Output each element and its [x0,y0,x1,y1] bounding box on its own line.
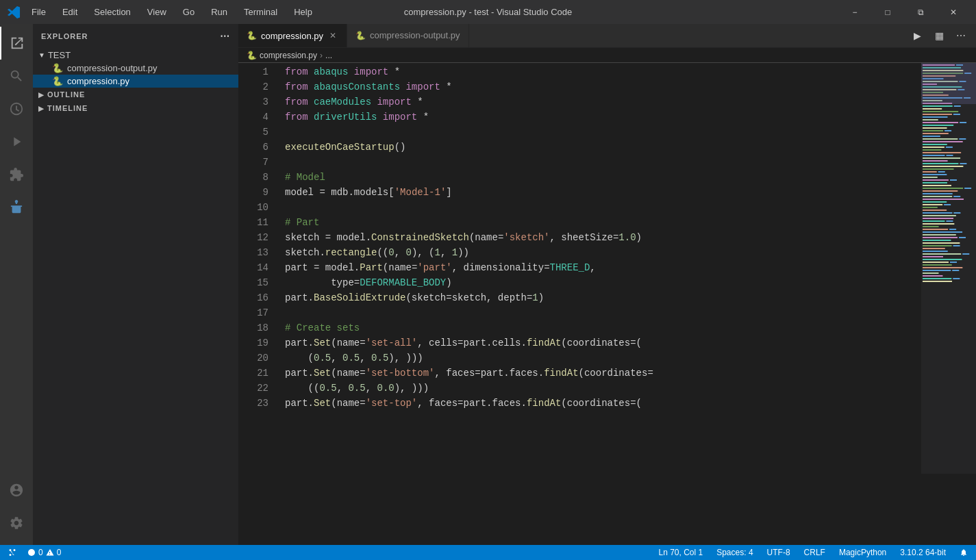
code-line-5 [285,125,921,140]
folder-name: TEST [48,50,71,60]
editor-content: 1 2 3 4 5 6 7 8 9 10 11 12 13 14 15 16 1… [238,63,976,545]
minimize-button[interactable]: − [839,0,871,24]
code-line-8: # Model [285,170,921,185]
breadcrumb-file[interactable]: compression.py [260,51,317,60]
breadcrumb-rest[interactable]: ... [325,51,332,60]
code-line-4: from driverUtils import * [285,110,921,125]
sidebar-header-actions: ⋯ [220,31,230,42]
menu-edit[interactable]: Edit [57,4,83,20]
tab-icon-1: 🐍 [247,31,257,40]
menu-terminal[interactable]: Terminal [238,4,283,20]
folder-test[interactable]: ▼ TEST [33,49,238,62]
main-area: EXPLORER ⋯ ▼ TEST 🐍 compression-output.p… [0,24,976,545]
titlebar-left: File Edit Selection View Go Run Terminal… [7,4,318,20]
status-eol[interactable]: CRLF [801,545,828,560]
status-errors[interactable]: 0 0 [25,545,64,560]
layout-button[interactable]: ⧉ [905,0,936,24]
minimap [921,63,976,545]
titlebar: File Edit Selection View Go Run Terminal… [0,0,976,24]
status-spaces[interactable]: Spaces: 4 [714,545,755,560]
activity-extensions[interactable] [0,158,33,191]
maximize-button[interactable]: □ [872,0,903,24]
status-position[interactable]: Ln 70, Col 1 [655,545,705,560]
code-line-10 [285,200,921,215]
svg-point-2 [32,554,32,555]
file-tree: ▼ TEST 🐍 compression-output.py 🐍 compres… [33,49,238,545]
outline-section[interactable]: ▶ OUTLINE [33,88,238,101]
code-line-19: part.Set(name='set-all', cells=part.cell… [285,335,921,351]
sidebar-header: EXPLORER ⋯ [33,24,238,49]
code-line-11: # Part [285,215,921,230]
code-line-12: sketch = model.ConstrainedSketch(name='s… [285,230,921,245]
tab-bar: 🐍 compression.py ✕ 🐍 compression-output.… [238,24,976,48]
tab-label-2: compression-output.py [370,30,460,40]
code-line-16: part.BaseSolidExtrude(sketch=sketch, dep… [285,290,921,305]
tab-label-1: compression.py [261,31,323,41]
code-line-20: (0.5, 0.5, 0.5), ))) [285,351,921,366]
minimap-canvas [921,63,976,474]
code-line-9: model = mdb.models['Model-1'] [285,185,921,200]
timeline-label: TIMELINE [47,104,88,112]
status-notifications[interactable] [957,545,971,560]
timeline-section[interactable]: ▶ TIMELINE [33,101,238,115]
activity-explorer[interactable] [0,27,33,60]
activity-bar [0,24,33,545]
file-compression[interactable]: 🐍 compression.py [33,75,238,88]
activity-account[interactable] [0,474,33,507]
menu-run[interactable]: Run [205,4,233,20]
activity-test[interactable] [0,191,33,224]
outline-arrow-icon: ▶ [38,91,45,99]
tab-icon-2: 🐍 [355,31,366,40]
tab-compression-output-py[interactable]: 🐍 compression-output.py [347,24,469,47]
titlebar-right: − □ ⧉ ✕ [839,0,969,24]
menu-help[interactable]: Help [288,4,318,20]
file-icon-breadcrumb: 🐍 [247,51,257,60]
activity-search[interactable] [0,60,33,92]
code-line-23: part.Set(name='set-top', faces=part.face… [285,396,921,411]
status-right: Ln 70, Col 1 Spaces: 4 UTF-8 CRLF MagicP… [655,545,971,560]
file-name-2: compression.py [67,76,129,86]
file-compression-output[interactable]: 🐍 compression-output.py [33,62,238,75]
file-icon-1: 🐍 [52,63,63,73]
window-title: compression.py - test - Visual Studio Co… [404,7,572,17]
code-line-13: sketch.rectangle((0, 0), (1, 1)) [285,245,921,260]
editor-area: 🐍 compression.py ✕ 🐍 compression-output.… [238,24,976,545]
status-branch[interactable] [5,545,19,560]
activity-source-control[interactable] [0,92,33,125]
activity-settings[interactable] [0,507,33,539]
more-actions-button[interactable]: ⋯ [951,26,971,45]
tab-actions: ▶ ▦ ⋯ [908,24,976,47]
code-line-1: from abaqus import * [285,64,921,79]
status-version[interactable]: 3.10.2 64-bit [897,545,949,560]
code-line-18: # Create sets [285,320,921,335]
warning-count: 0 [57,548,62,557]
split-editor-button[interactable]: ▦ [929,26,949,45]
sidebar-more-icon[interactable]: ⋯ [220,31,230,42]
sidebar: EXPLORER ⋯ ▼ TEST 🐍 compression-output.p… [33,24,238,545]
explorer-title: EXPLORER [41,32,88,40]
file-icon-2: 🐍 [52,76,63,86]
activity-bottom [0,474,33,545]
code-line-6: executeOnCaeStartup() [285,140,921,155]
code-line-21: part.Set(name='set-bottom', faces=part.f… [285,366,921,381]
tab-compression-py[interactable]: 🐍 compression.py ✕ [238,24,347,47]
code-editor[interactable]: from abaqus import * from abaqusConstant… [274,63,921,545]
breadcrumb-sep: › [320,51,323,60]
menu-selection[interactable]: Selection [88,4,136,20]
tab-close-1[interactable]: ✕ [327,30,338,41]
code-line-15: type=DEFORMABLE_BODY) [285,275,921,290]
error-count: 0 [38,548,43,557]
close-button[interactable]: ✕ [938,0,969,24]
outline-label: OUTLINE [47,90,85,99]
status-language[interactable]: MagicPython [836,545,889,560]
sidebar-sections: ▶ OUTLINE ▶ TIMELINE [33,88,238,115]
code-line-14: part = model.Part(name='part', dimension… [285,260,921,275]
code-line-17 [285,305,921,320]
run-button[interactable]: ▶ [908,26,927,45]
menu-go[interactable]: Go [177,4,200,20]
status-bar: 0 0 Ln 70, Col 1 Spaces: 4 UTF-8 CRLF Ma… [0,545,976,560]
menu-file[interactable]: File [26,4,51,20]
menu-view[interactable]: View [142,4,172,20]
activity-run[interactable] [0,125,33,158]
status-encoding[interactable]: UTF-8 [764,545,793,560]
